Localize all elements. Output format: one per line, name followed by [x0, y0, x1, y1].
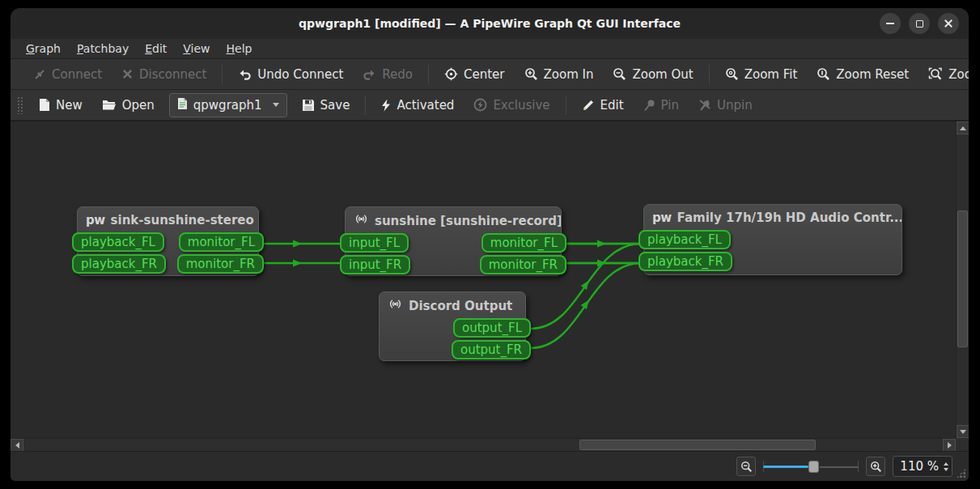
- node-sunshine[interactable]: sunshine [sunshine-record] input_FL moni…: [345, 206, 562, 276]
- menubar: Graph Patchbay Edit View Help: [11, 39, 969, 59]
- port-output-fl[interactable]: output_FL: [453, 318, 531, 338]
- window-title: qpwgraph1 [modified] — A PipeWire Graph …: [11, 17, 969, 30]
- redo-button[interactable]: Redo: [354, 63, 421, 86]
- zoom-out-icon: [613, 67, 626, 81]
- separator: [566, 96, 566, 115]
- edit-button[interactable]: Edit: [574, 94, 632, 117]
- up-arrow-icon: [960, 126, 966, 130]
- port-playback-fl[interactable]: playback_FL: [638, 230, 731, 249]
- scroll-right-button[interactable]: [943, 439, 956, 452]
- close-button[interactable]: [938, 13, 959, 34]
- menu-patchbay[interactable]: Patchbay: [70, 40, 136, 57]
- right-arrow-icon: [948, 442, 952, 449]
- horizontal-scrollbar[interactable]: [11, 438, 956, 451]
- patchbay-session-combobox[interactable]: qpwgraph1: [169, 93, 287, 117]
- new-button[interactable]: New: [31, 94, 91, 117]
- app-window: qpwgraph1 [modified] — A PipeWire Graph …: [11, 8, 969, 481]
- horizontal-scroll-thumb[interactable]: [579, 440, 816, 450]
- zoom-in-icon: [870, 461, 882, 473]
- zoom-slider-fill: [763, 466, 808, 468]
- separator: [709, 65, 710, 84]
- save-button[interactable]: Save: [294, 94, 358, 117]
- window-controls: [880, 13, 959, 34]
- node-title: Discord Output: [380, 292, 525, 318]
- spin-down-icon[interactable]: [944, 468, 948, 471]
- zoom-in-button[interactable]: Zoom In: [516, 63, 602, 86]
- port-monitor-fr[interactable]: monitor_FR: [480, 255, 566, 274]
- separator: [222, 65, 223, 84]
- center-button[interactable]: Center: [436, 63, 513, 86]
- toolbar-drag-handle[interactable]: [17, 96, 23, 114]
- connect-icon: [33, 68, 46, 81]
- zoom-reset-button[interactable]: Zoom Reset: [808, 63, 917, 86]
- vertical-scrollbar[interactable]: [956, 121, 969, 438]
- patchbay-file-icon: [177, 97, 188, 113]
- resize-grip[interactable]: [956, 468, 966, 478]
- zoom-range-button[interactable]: Zoom Range: [920, 63, 969, 86]
- minimize-button[interactable]: [880, 13, 901, 34]
- zoom-slider[interactable]: [763, 458, 859, 474]
- maximize-icon: [916, 20, 923, 28]
- connect-button[interactable]: Connect: [25, 63, 110, 86]
- scroll-down-button[interactable]: [957, 425, 969, 438]
- menu-view[interactable]: View: [176, 40, 217, 57]
- scroll-left-button[interactable]: [11, 439, 23, 452]
- exclusive-bolt-icon: [473, 98, 487, 112]
- port-playback-fl[interactable]: playback_FL: [72, 232, 164, 252]
- zoom-fit-button[interactable]: Zoom Fit: [717, 63, 806, 86]
- menu-edit[interactable]: Edit: [138, 40, 174, 57]
- zoom-percent-spinbox[interactable]: 110 %: [893, 456, 952, 477]
- zoom-fit-icon: [725, 67, 739, 81]
- exclusive-button[interactable]: Exclusive: [465, 94, 558, 117]
- port-input-fr[interactable]: input_FR: [340, 255, 410, 274]
- zoom-out-button[interactable]: Zoom Out: [605, 63, 701, 86]
- zoom-range-icon: [928, 67, 943, 81]
- port-output-fr[interactable]: output_FR: [452, 340, 531, 359]
- graph-canvas[interactable]: pw sink-sunshine-stereo playback_FL moni…: [11, 121, 969, 451]
- node-family-hd-audio[interactable]: pw Family 17h/19h HD Audio Contr... play…: [643, 204, 902, 275]
- zoom-percent-value: 110 %: [900, 459, 939, 474]
- maximize-button[interactable]: [909, 13, 930, 34]
- stream-icon: [388, 298, 403, 313]
- open-button[interactable]: Open: [94, 94, 163, 117]
- node-sink-sunshine-stereo[interactable]: pw sink-sunshine-stereo playback_FL moni…: [77, 206, 259, 276]
- scroll-up-button[interactable]: [957, 121, 969, 134]
- menu-graph[interactable]: Graph: [19, 40, 68, 57]
- undo-connect-button[interactable]: Undo Connect: [230, 63, 351, 86]
- menu-help[interactable]: Help: [219, 40, 260, 57]
- port-monitor-fr[interactable]: monitor_FR: [177, 254, 264, 274]
- toolbar-main: Connect Disconnect Undo Connect Redo Cen…: [11, 59, 969, 90]
- statusbar-zoom-out-button[interactable]: [736, 457, 756, 476]
- disconnect-icon: [121, 68, 134, 80]
- port-monitor-fl[interactable]: monitor_FL: [482, 233, 566, 253]
- pipewire-icon: pw: [86, 215, 105, 227]
- zoom-out-icon: [740, 461, 753, 473]
- pin-button[interactable]: Pin: [635, 94, 687, 117]
- zoom-slider-handle[interactable]: [808, 461, 819, 473]
- graph-view[interactable]: pw sink-sunshine-stereo playback_FL moni…: [11, 121, 956, 438]
- new-file-icon: [39, 98, 50, 112]
- activated-bolt-icon: [381, 99, 391, 112]
- node-discord-output[interactable]: Discord Output output_FL output_FR: [379, 291, 526, 361]
- spin-up-icon[interactable]: [944, 462, 948, 466]
- port-playback-fr[interactable]: playback_FR: [638, 252, 732, 271]
- scrollbar-corner: [956, 438, 969, 451]
- save-icon: [302, 99, 315, 112]
- activated-button[interactable]: Activated: [373, 94, 462, 117]
- port-playback-fr[interactable]: playback_FR: [72, 254, 166, 274]
- undo-icon: [238, 68, 252, 81]
- node-title: pw Family 17h/19h HD Audio Contr...: [644, 205, 902, 230]
- titlebar: qpwgraph1 [modified] — A PipeWire Graph …: [11, 8, 969, 39]
- unpin-button[interactable]: Unpin: [690, 94, 761, 117]
- statusbar: 110 %: [11, 451, 969, 481]
- vertical-scroll-thumb[interactable]: [957, 210, 968, 347]
- port-input-fl[interactable]: input_FL: [340, 233, 409, 253]
- separator: [365, 96, 366, 115]
- node-title: pw sink-sunshine-stereo: [78, 207, 258, 232]
- edit-pencil-icon: [582, 99, 595, 112]
- port-monitor-fl[interactable]: monitor_FL: [179, 232, 264, 252]
- down-arrow-icon: [960, 430, 966, 434]
- statusbar-zoom-in-button[interactable]: [866, 457, 885, 476]
- disconnect-button[interactable]: Disconnect: [113, 63, 214, 86]
- stream-icon: [354, 213, 369, 228]
